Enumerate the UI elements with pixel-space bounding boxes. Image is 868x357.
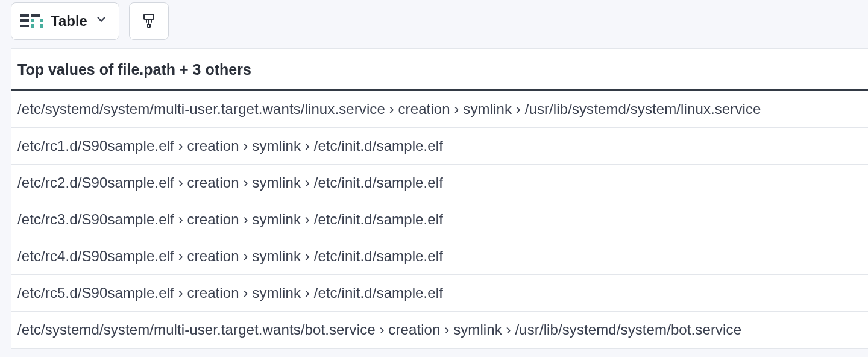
table-row[interactable]: /etc/rc1.d/S90sample.elf › creation › sy…	[11, 128, 868, 165]
toolbar: Table	[0, 0, 868, 48]
table-body: /etc/systemd/system/multi-user.target.wa…	[11, 91, 868, 349]
view-selector-button[interactable]: Table	[11, 2, 119, 40]
table-row[interactable]: /etc/rc2.d/S90sample.elf › creation › sy…	[11, 165, 868, 201]
table-row[interactable]: /etc/rc3.d/S90sample.elf › creation › sy…	[11, 201, 868, 238]
brush-icon	[142, 13, 156, 29]
table-row[interactable]: /etc/systemd/system/multi-user.target.wa…	[11, 91, 868, 128]
svg-rect-0	[144, 14, 154, 19]
chevron-down-icon	[95, 13, 108, 30]
table-row[interactable]: /etc/rc5.d/S90sample.elf › creation › sy…	[11, 275, 868, 312]
table-row[interactable]: /etc/rc4.d/S90sample.elf › creation › sy…	[11, 238, 868, 275]
table-header: Top values of file.path + 3 others	[11, 49, 868, 91]
view-selector-label: Table	[51, 13, 87, 30]
table-icon	[20, 14, 43, 28]
table-row[interactable]: /etc/systemd/system/multi-user.target.wa…	[11, 312, 868, 349]
brush-button[interactable]	[129, 2, 169, 40]
results-table: Top values of file.path + 3 others /etc/…	[11, 48, 868, 349]
